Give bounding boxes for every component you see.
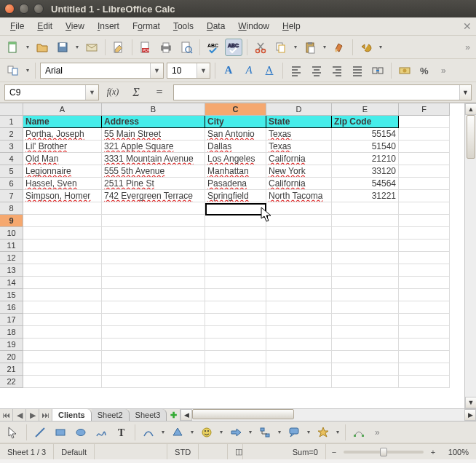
cell-E5[interactable]: 33120 — [332, 165, 399, 178]
cell-F22[interactable] — [399, 376, 450, 388]
cell-D9[interactable] — [266, 215, 332, 227]
cell-C20[interactable] — [205, 351, 266, 363]
cell-B19[interactable] — [102, 339, 205, 351]
row-header-19[interactable]: 19 — [0, 339, 23, 351]
row-header-15[interactable]: 15 — [0, 289, 23, 301]
row-header-21[interactable]: 21 — [0, 363, 23, 376]
cell-E11[interactable] — [332, 240, 399, 252]
cell-D16[interactable] — [266, 301, 332, 314]
cell-C6[interactable]: Pasadena — [205, 178, 266, 190]
paste-dropdown[interactable]: ▾ — [322, 44, 328, 50]
cell-E22[interactable] — [332, 376, 399, 388]
row-header-10[interactable]: 10 — [0, 227, 23, 240]
font-size-arrow-icon[interactable]: ▼ — [197, 63, 210, 78]
cell-D21[interactable] — [266, 363, 332, 376]
cell-E14[interactable] — [332, 277, 399, 289]
cell-C15[interactable] — [205, 289, 266, 301]
print-preview-button[interactable] — [178, 39, 195, 56]
cell-B2[interactable]: 55 Main Street — [102, 128, 205, 141]
cell-E6[interactable]: 54564 — [332, 178, 399, 190]
cell-A19[interactable] — [23, 339, 102, 351]
cell-F8[interactable] — [399, 202, 450, 215]
cell-D1[interactable]: State — [266, 116, 332, 128]
status-selection-icon[interactable]: ◫ — [228, 444, 243, 459]
block-arrows-button[interactable] — [227, 424, 245, 441]
cell-C16[interactable] — [205, 301, 266, 314]
select-tool-button[interactable] — [4, 424, 22, 441]
vscroll-thumb[interactable] — [467, 115, 475, 159]
cell-B18[interactable] — [102, 326, 205, 339]
row-header-22[interactable]: 22 — [0, 376, 23, 388]
cell-C19[interactable] — [205, 339, 266, 351]
export-pdf-button[interactable]: PDF — [137, 39, 154, 56]
status-sheet[interactable]: Sheet 1 / 3 — [0, 444, 54, 459]
merge-cells-button[interactable] — [369, 62, 386, 79]
font-name-combo[interactable]: ▼ — [40, 63, 164, 79]
font-name-input[interactable] — [41, 63, 150, 78]
cell-A17[interactable] — [23, 314, 102, 326]
cell-A22[interactable] — [23, 376, 102, 388]
spreadsheet-grid[interactable]: ABCDEF1NameAddressCityStateZip Code2Port… — [0, 103, 476, 408]
row-header-12[interactable]: 12 — [0, 252, 23, 264]
cell-D5[interactable]: New York — [266, 165, 332, 178]
flowchart-dropdown[interactable]: ▾ — [277, 429, 282, 435]
menu-file[interactable]: File — [4, 19, 30, 33]
cell-C4[interactable]: Los Angeles — [205, 153, 266, 165]
hscroll-left-button[interactable]: ◀ — [181, 409, 192, 421]
col-header-D[interactable]: D — [266, 103, 332, 116]
cell-E17[interactable] — [332, 314, 399, 326]
cell-A7[interactable]: Simpson, Homer — [23, 190, 102, 202]
cell-E1[interactable]: Zip Code — [332, 116, 399, 128]
cell-A2[interactable]: Portha, Joseph — [23, 128, 102, 141]
cell-C8[interactable] — [205, 202, 266, 215]
cell-B5[interactable]: 555 5th Avenue — [102, 165, 205, 178]
cell-F11[interactable] — [399, 240, 450, 252]
cell-A20[interactable] — [23, 351, 102, 363]
currency-button[interactable] — [396, 62, 413, 79]
styles-button[interactable] — [4, 62, 22, 79]
cell-C13[interactable] — [205, 264, 266, 277]
cell-D8[interactable] — [266, 202, 332, 215]
name-box[interactable]: ▼ — [4, 84, 99, 100]
row-header-18[interactable]: 18 — [0, 326, 23, 339]
callouts-dropdown[interactable]: ▾ — [306, 429, 312, 435]
formula-input-wrap[interactable]: ▼ — [173, 84, 472, 100]
menu-help[interactable]: Help — [277, 19, 306, 33]
scroll-up-button[interactable]: ▲ — [465, 103, 476, 115]
cell-C10[interactable] — [205, 227, 266, 240]
zoom-slider-knob[interactable] — [380, 448, 387, 456]
cell-B14[interactable] — [102, 277, 205, 289]
autospell-button[interactable]: ABC — [225, 39, 242, 56]
window-minimize-button[interactable] — [19, 4, 29, 14]
cell-E18[interactable] — [332, 326, 399, 339]
row-header-9[interactable]: 9 — [0, 215, 23, 227]
cell-A1[interactable]: Name — [23, 116, 102, 128]
function-wizard-button[interactable]: f(x) — [103, 87, 122, 98]
text-tool-button[interactable]: T — [113, 424, 130, 441]
cell-F10[interactable] — [399, 227, 450, 240]
cell-A14[interactable] — [23, 277, 102, 289]
row-header-7[interactable]: 7 — [0, 190, 23, 202]
hscroll-thumb[interactable] — [192, 409, 294, 419]
col-header-F[interactable]: F — [399, 103, 450, 116]
cell-E8[interactable] — [332, 202, 399, 215]
open-button[interactable] — [33, 39, 51, 56]
block-arrows-dropdown[interactable]: ▾ — [247, 429, 253, 435]
cell-F12[interactable] — [399, 252, 450, 264]
cell-F16[interactable] — [399, 301, 450, 314]
cell-E4[interactable]: 21210 — [332, 153, 399, 165]
cell-B6[interactable]: 2511 Pine St — [102, 178, 205, 190]
format-paintbrush-button[interactable] — [330, 39, 348, 56]
cell-B8[interactable] — [102, 202, 205, 215]
cell-A12[interactable] — [23, 252, 102, 264]
cell-D3[interactable]: Texas — [266, 141, 332, 153]
zoom-in-button[interactable]: + — [428, 448, 438, 456]
name-box-arrow-icon[interactable]: ▼ — [85, 85, 98, 100]
tab-first-button[interactable]: ⏮ — [0, 409, 13, 421]
cell-B9[interactable] — [102, 215, 205, 227]
cell-E16[interactable] — [332, 301, 399, 314]
cell-B1[interactable]: Address — [102, 116, 205, 128]
cell-E20[interactable] — [332, 351, 399, 363]
cell-D17[interactable] — [266, 314, 332, 326]
sheet-tab-sheet3[interactable]: Sheet3 — [130, 409, 167, 421]
